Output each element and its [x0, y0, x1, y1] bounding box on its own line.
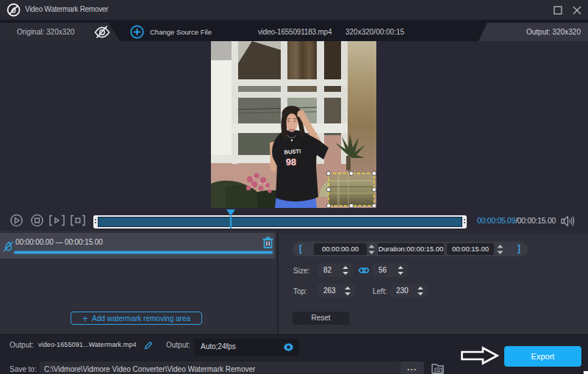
svg-text:BUSTI: BUSTI — [284, 148, 301, 156]
svg-text:98: 98 — [286, 157, 296, 168]
